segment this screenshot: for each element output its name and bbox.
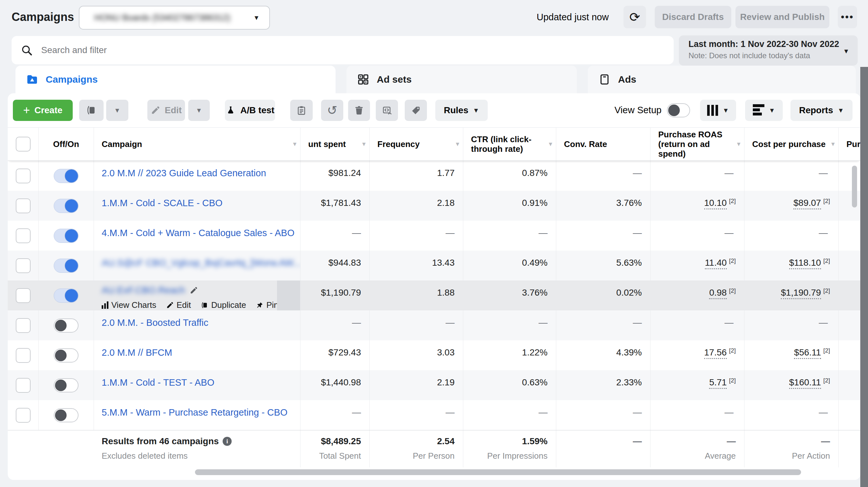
export-button[interactable] [376, 100, 398, 121]
date-range-picker[interactable]: Last month: 1 Nov 2022-30 Nov 2022 Note:… [679, 35, 858, 66]
ab-test-button[interactable]: A/B test [225, 100, 275, 121]
updated-status: Updated just now [537, 12, 609, 23]
duplicate-action[interactable]: Duplicate [201, 300, 246, 310]
discard-drafts-button[interactable]: Discard Drafts [655, 6, 731, 28]
col-header-campaign[interactable]: Campaign▼ [94, 128, 301, 161]
row-checkbox[interactable] [16, 318, 31, 333]
tab-campaigns[interactable]: Campaigns [16, 66, 336, 93]
campaign-toggle[interactable] [54, 169, 79, 183]
window-edge-scroll-track [860, 67, 868, 487]
grid-adsets-icon [357, 73, 370, 86]
campaign-toggle[interactable] [54, 348, 79, 362]
campaign-toggle[interactable] [54, 319, 79, 333]
campaign-link[interactable]: 4.M.M - Cold + Warm - Catalogue Sales - … [102, 228, 294, 238]
campaign-link[interactable]: 5.M.M - Warm - Purchase Retargeting - CB… [102, 407, 287, 418]
campaign-link[interactable]: 1.M.M - Cold - SCALE - CBO [102, 198, 222, 208]
rename-pencil-icon[interactable] [189, 286, 198, 295]
campaign-toggle[interactable] [54, 378, 79, 392]
campaign-toggle[interactable] [54, 229, 79, 243]
page-ads-icon [598, 73, 611, 86]
row-checkbox[interactable] [16, 168, 31, 183]
chevron-down-icon: ▼ [196, 107, 203, 114]
tab-adsets[interactable]: Ad sets [346, 66, 577, 93]
row-checkbox[interactable] [16, 378, 31, 393]
campaign-link[interactable]: 1.M.M - Cold - TEST - ABO [102, 377, 214, 388]
row-checkbox[interactable] [16, 408, 31, 423]
table-toolbar: +Create ▼ Edit ▼ A/B test ↺ [8, 93, 860, 127]
pin-icon [256, 301, 264, 309]
toggle-knob [668, 104, 680, 116]
toggle-knob [65, 169, 78, 183]
chevron-down-icon: ▼ [114, 107, 121, 114]
tag-button[interactable] [405, 100, 427, 121]
campaign-toggle[interactable] [54, 259, 79, 273]
col-header-cost-per-purchase[interactable]: Cost per purchase▼ [744, 128, 839, 161]
sort-caret-icon: ▼ [736, 139, 742, 149]
table-body: 2.0 M.M // 2023 Guide Lead Generation $9… [8, 161, 860, 430]
toggle-knob [65, 229, 78, 242]
column-resize-handle[interactable] [277, 281, 300, 311]
date-range-note: Note: Does not include today's data [688, 51, 838, 60]
reports-button[interactable]: Reports▼ [790, 100, 852, 121]
export-icon [382, 105, 392, 116]
row-checkbox[interactable] [16, 198, 31, 213]
pencil-icon [166, 301, 174, 309]
info-icon[interactable]: i [223, 437, 231, 446]
view-charts-action[interactable]: View Charts [102, 300, 156, 310]
duplicate-button[interactable] [79, 100, 103, 121]
campaign-toggle[interactable] [54, 199, 79, 213]
tab-ads[interactable]: Ads [588, 66, 856, 93]
campaign-toggle[interactable] [54, 408, 79, 422]
col-header-purchase-roas[interactable]: Purchase ROAS (return on ad spend)▼ [651, 128, 744, 161]
undo-button[interactable]: ↺ [321, 100, 343, 121]
row-hover-actions: View Charts Edit Duplicate Pin [102, 300, 300, 310]
vertical-scrollbar-thumb[interactable] [852, 166, 857, 207]
delete-button[interactable] [348, 100, 370, 121]
table-row-hovered: AU.ExF.CBO.Reach View Charts Edit [8, 281, 860, 311]
create-button[interactable]: +Create [13, 100, 73, 121]
col-header-ctr[interactable]: CTR (link click-through rate)▼ [463, 128, 556, 161]
row-checkbox[interactable] [16, 288, 31, 303]
duplicate-dropdown-button[interactable]: ▼ [106, 100, 128, 121]
edit-action[interactable]: Edit [166, 300, 191, 310]
col-header-amount-spent[interactable]: unt spent▼ [301, 128, 370, 161]
chevron-down-icon: ▼ [473, 107, 479, 114]
trash-icon [354, 105, 364, 116]
col-header-onoff: Off/On [39, 128, 94, 161]
search-input[interactable]: Search and filter [11, 36, 674, 64]
review-publish-button[interactable]: Review and Publish [736, 6, 829, 28]
col-header-conv-rate[interactable]: Conv. Rate [556, 128, 651, 161]
pin-action[interactable]: Pin [256, 300, 279, 310]
campaign-link[interactable]: 2.0 M.M // BFCM [102, 347, 172, 358]
account-dropdown[interactable]: HONU Boards (534027867386312) ▼ [79, 6, 270, 30]
table-row: 2.0 M.M // BFCM $729.43 3.03 1.22% 4.39%… [8, 340, 860, 370]
search-placeholder: Search and filter [41, 45, 107, 55]
campaign-link[interactable]: 2.0 M.M // 2023 Guide Lead Generation [102, 168, 266, 178]
campaign-link[interactable]: 2.0 M.M. - Boosted Traffic [102, 318, 208, 328]
clipboard-button[interactable] [290, 100, 313, 121]
campaign-link-redacted[interactable]: AU.ExF.CBO.Reach [102, 285, 185, 296]
col-header-frequency[interactable]: Frequency▼ [370, 128, 463, 161]
columns-button[interactable]: ▼ [700, 100, 736, 121]
tab-campaigns-label: Campaigns [46, 74, 98, 85]
table-row: 4.M.M - Cold + Warm - Catalogue Sales - … [8, 221, 860, 251]
row-checkbox[interactable] [16, 348, 31, 363]
duplicate-icon [201, 301, 209, 309]
campaign-link-redacted[interactable]: AU.S@cF CBO_Vglcop_BxjCavrtq_[Worw.AW... [102, 258, 301, 268]
table-row: 1.M.M - Cold - SCALE - CBO $1,781.43 2.1… [8, 191, 860, 221]
select-all-checkbox[interactable] [16, 137, 31, 152]
breakdown-button[interactable]: ▼ [745, 100, 783, 121]
campaign-toggle[interactable] [54, 289, 79, 303]
row-checkbox[interactable] [16, 228, 31, 243]
edit-dropdown-button[interactable]: ▼ [188, 100, 210, 121]
view-setup-toggle[interactable] [667, 103, 690, 118]
chevron-down-icon: ▼ [253, 14, 260, 22]
more-options-button[interactable]: ••• [838, 6, 857, 28]
row-checkbox[interactable] [16, 258, 31, 273]
tab-ads-label: Ads [618, 74, 637, 85]
rules-button[interactable]: Rules▼ [435, 100, 488, 121]
refresh-button[interactable]: ⟳ [623, 6, 646, 28]
edit-button[interactable]: Edit [147, 100, 185, 121]
col-header-purchases-clipped[interactable]: Pur [839, 128, 860, 161]
horizontal-scrollbar-thumb[interactable] [195, 469, 801, 475]
